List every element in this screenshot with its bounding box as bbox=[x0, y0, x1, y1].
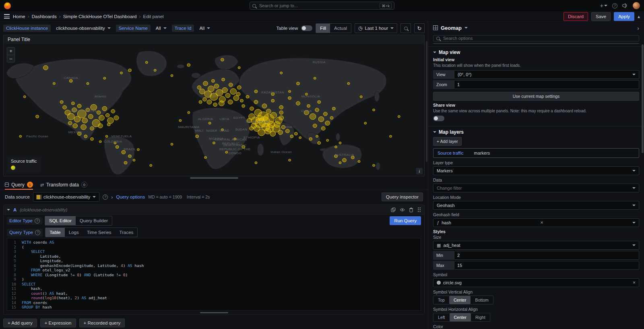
delete-icon[interactable] bbox=[409, 207, 413, 212]
zoom-input[interactable] bbox=[454, 80, 639, 89]
add-icon[interactable]: + bbox=[600, 2, 607, 9]
add-query-button[interactable]: + Add query bbox=[3, 319, 37, 327]
circle-symbol-icon bbox=[437, 281, 441, 285]
var-select-service-name[interactable]: All bbox=[153, 25, 169, 32]
grafana-edit-panel: ⌘+k + Home Dashboards Simple ClickHouse … bbox=[0, 0, 644, 329]
data-filter-select[interactable]: Change filter bbox=[433, 184, 639, 192]
panel-title[interactable]: Panel Title bbox=[4, 35, 424, 44]
breadcrumb-dashboard-name[interactable]: Simple ClickHouse OTel Dashboard bbox=[63, 14, 137, 19]
legend-label: Source traffic bbox=[11, 159, 37, 163]
tab-query[interactable]: Query 1 bbox=[5, 180, 33, 190]
geomap-canvas[interactable]: RUSSIACANADAUNITED STATESMEXICOBRAZILCOL… bbox=[4, 44, 424, 176]
share-view-label: Share view bbox=[433, 103, 639, 108]
help-icon[interactable] bbox=[35, 218, 40, 223]
tab-table[interactable]: Table bbox=[45, 228, 65, 237]
chevron-up-icon[interactable] bbox=[638, 14, 640, 19]
options-search[interactable] bbox=[433, 35, 639, 41]
panel-type-select[interactable]: Geomap bbox=[441, 25, 462, 31]
query-options-toggle[interactable]: Query options bbox=[116, 195, 145, 199]
left-scrollbar[interactable] bbox=[426, 41, 427, 162]
megaphone-icon bbox=[622, 3, 628, 8]
var-select-clickhouse-instance[interactable]: clickhouse-observability bbox=[53, 25, 113, 32]
news-icon[interactable] bbox=[622, 3, 628, 8]
options-scrollbar[interactable] bbox=[642, 44, 644, 153]
halign-left[interactable]: Left bbox=[433, 313, 450, 321]
hide-response-icon[interactable] bbox=[400, 208, 405, 212]
zoom-out-button[interactable]: – bbox=[7, 55, 14, 62]
avatar[interactable] bbox=[633, 2, 640, 9]
duplicate-icon[interactable] bbox=[391, 207, 396, 212]
breadcrumb-bar: Home Dashboards Simple ClickHouse OTel D… bbox=[0, 11, 644, 22]
geohash-field-select[interactable]: hash bbox=[433, 218, 639, 227]
help-icon[interactable] bbox=[35, 230, 40, 235]
recorded-query-button[interactable]: + Recorded query bbox=[79, 319, 125, 327]
query-inspector-button[interactable]: Query inspector bbox=[382, 192, 423, 201]
share-view-toggle[interactable] bbox=[433, 116, 444, 121]
var-select-trace-id[interactable]: All bbox=[196, 25, 213, 32]
sql-editor[interactable]: 123456789101112131415 WITH coords AS( SE… bbox=[7, 238, 421, 311]
attribution-icon[interactable]: i bbox=[416, 168, 423, 174]
help-icon[interactable] bbox=[103, 195, 108, 200]
symbol-select[interactable]: circle.svg bbox=[433, 278, 639, 287]
global-search[interactable]: ⌘+k bbox=[250, 2, 394, 10]
add-layer-button[interactable]: + Add layer bbox=[433, 137, 462, 146]
halign-center[interactable]: Center bbox=[450, 313, 471, 321]
zoom-field: Zoom bbox=[433, 80, 639, 89]
zoom-in-button[interactable]: + bbox=[7, 48, 14, 55]
datasource-select[interactable]: clickhouse-observability bbox=[33, 192, 99, 202]
clear-icon[interactable] bbox=[540, 220, 543, 226]
tab-transform-data[interactable]: Transform data 0 bbox=[40, 180, 87, 190]
refresh-button[interactable] bbox=[414, 23, 425, 33]
discard-button[interactable]: Discard bbox=[564, 12, 588, 21]
query-row-header[interactable]: A (clickhouse-observability) bbox=[4, 205, 424, 215]
resize-handle[interactable] bbox=[190, 177, 238, 179]
expression-button[interactable]: + Expression bbox=[40, 319, 76, 327]
symbol-valign-group: Top Center Bottom bbox=[433, 296, 493, 304]
menu-icon[interactable] bbox=[4, 14, 10, 19]
initial-view-label: Initial view bbox=[433, 57, 639, 62]
tab-sql-editor[interactable]: SQL Editor bbox=[45, 216, 76, 225]
resize-handle[interactable] bbox=[200, 312, 228, 313]
shortcut-hint: ⌘+k bbox=[380, 3, 392, 9]
use-current-map-settings-button[interactable]: Use current map settings bbox=[433, 92, 639, 101]
var-label-service-name: Service Name bbox=[116, 25, 151, 32]
actual-option[interactable]: Actual bbox=[330, 24, 351, 33]
valign-top[interactable]: Top bbox=[433, 296, 449, 304]
valign-center[interactable]: Center bbox=[449, 296, 471, 304]
map-view-section-header[interactable]: Map view bbox=[433, 50, 639, 55]
size-field-select[interactable]: adj_heat bbox=[433, 241, 639, 250]
search-input[interactable] bbox=[258, 3, 377, 8]
query-ref-datasource: (clickhouse-observability) bbox=[20, 207, 67, 212]
clear-icon[interactable] bbox=[633, 280, 636, 286]
tab-query-builder[interactable]: Query Builder bbox=[76, 216, 112, 225]
min-input[interactable] bbox=[454, 251, 639, 260]
run-query-button[interactable]: Run Query bbox=[390, 216, 421, 225]
breadcrumb-home[interactable]: Home bbox=[13, 14, 25, 19]
max-input[interactable] bbox=[454, 261, 639, 270]
view-select[interactable]: (0°, 0°) bbox=[454, 70, 639, 79]
help-icon[interactable] bbox=[612, 3, 617, 8]
valign-bottom[interactable]: Bottom bbox=[471, 296, 493, 304]
drag-handle-icon[interactable] bbox=[417, 207, 421, 212]
map-layers-section-header[interactable]: Map layers bbox=[433, 129, 639, 135]
edit-panel-left: ClickHouse instance clickhouse-observabi… bbox=[0, 22, 428, 329]
options-search-input[interactable] bbox=[442, 35, 636, 41]
time-range-picker[interactable]: Last 1 hour bbox=[355, 23, 397, 33]
fill-option[interactable]: Fill bbox=[316, 24, 330, 33]
halign-right[interactable]: Right bbox=[471, 313, 490, 321]
collapse-options-icon[interactable] bbox=[637, 25, 639, 31]
grafana-logo[interactable] bbox=[4, 2, 11, 9]
world-map bbox=[4, 44, 424, 176]
location-mode-select[interactable]: Geohash bbox=[433, 201, 639, 210]
zoom-out-button[interactable] bbox=[400, 23, 411, 33]
options-header: Geomap bbox=[428, 22, 644, 34]
tab-logs[interactable]: Logs bbox=[65, 228, 83, 237]
save-button[interactable]: Save bbox=[591, 12, 611, 21]
layer-type-select[interactable]: Markers bbox=[433, 166, 639, 175]
layer-item-source-traffic[interactable]: Source traffic markers bbox=[433, 148, 639, 158]
layer-kind: markers bbox=[474, 151, 490, 155]
table-view-toggle[interactable] bbox=[301, 25, 312, 31]
tab-time-series[interactable]: Time Series bbox=[83, 228, 116, 237]
apply-button[interactable]: Apply bbox=[614, 12, 634, 21]
breadcrumb-dashboards[interactable]: Dashboards bbox=[32, 14, 57, 19]
